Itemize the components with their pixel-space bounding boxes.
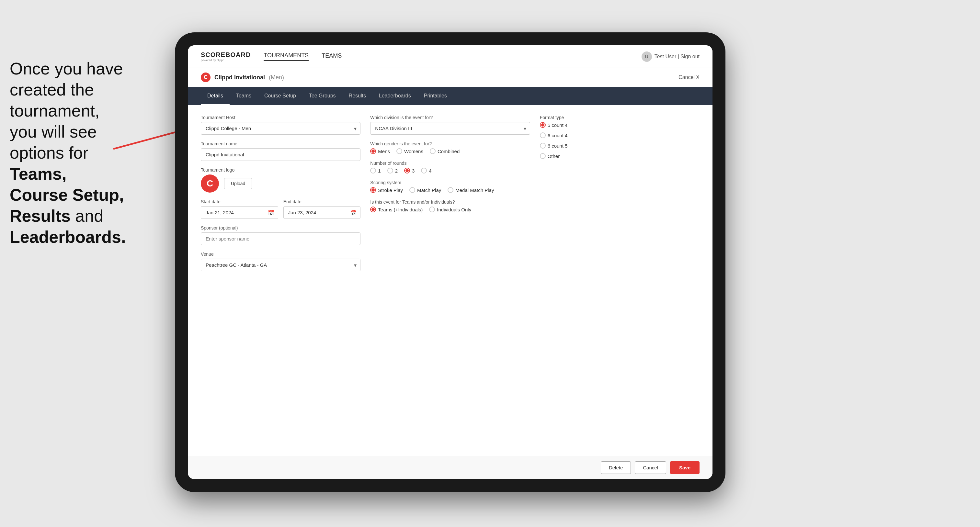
start-date-label: Start date bbox=[201, 199, 278, 204]
form-column-2: Which division is the event for? NCAA Di… bbox=[370, 115, 530, 271]
end-date-label: End date bbox=[283, 199, 361, 204]
top-nav-left: SCOREBOARD Powered by clippd TOURNAMENTS… bbox=[201, 51, 342, 62]
format-6count5[interactable]: 6 count 5 bbox=[540, 143, 700, 149]
start-date-input[interactable] bbox=[201, 206, 278, 219]
scoring-match-radio[interactable] bbox=[409, 187, 415, 193]
action-bar: Delete Cancel Save bbox=[188, 456, 713, 479]
end-date-wrapper: 📅 bbox=[283, 206, 361, 219]
nav-tournaments[interactable]: TOURNAMENTS bbox=[264, 52, 309, 61]
sponsor-input[interactable] bbox=[201, 232, 360, 245]
format-5c4-label: 5 count 4 bbox=[548, 122, 568, 128]
gender-womens-radio[interactable] bbox=[396, 148, 402, 154]
rounds-2[interactable]: 2 bbox=[387, 168, 398, 173]
tournament-host-label: Tournament Host bbox=[201, 115, 360, 120]
format-5count4[interactable]: 5 count 4 bbox=[540, 122, 700, 128]
background-text: Once you have created the tournament, yo… bbox=[0, 52, 149, 254]
teams-pi-label: Teams (+Individuals) bbox=[378, 207, 423, 212]
tab-course-setup[interactable]: Course Setup bbox=[258, 87, 302, 105]
tournament-name-input[interactable] bbox=[201, 148, 360, 161]
rounds-3-radio[interactable] bbox=[404, 168, 410, 173]
cancel-button[interactable]: Cancel bbox=[635, 461, 666, 474]
tab-details[interactable]: Details bbox=[201, 87, 230, 105]
cancel-tournament-btn[interactable]: Cancel X bbox=[678, 75, 700, 80]
tabs-bar: Details Teams Course Setup Tee Groups Re… bbox=[188, 87, 713, 105]
rounds-3-label: 3 bbox=[412, 168, 415, 173]
gender-mens-radio[interactable] bbox=[370, 148, 376, 154]
format-6c4-radio[interactable] bbox=[540, 132, 546, 138]
teams-plus-individuals[interactable]: Teams (+Individuals) bbox=[370, 206, 423, 212]
tab-tee-groups[interactable]: Tee Groups bbox=[302, 87, 342, 105]
bg-line1: Once you have bbox=[10, 59, 123, 78]
tab-teams[interactable]: Teams bbox=[230, 87, 258, 105]
rounds-2-radio[interactable] bbox=[387, 168, 393, 173]
tab-results[interactable]: Results bbox=[342, 87, 372, 105]
scoring-match[interactable]: Match Play bbox=[409, 187, 441, 193]
save-button[interactable]: Save bbox=[670, 461, 700, 474]
start-date-group: Start date 📅 bbox=[201, 199, 278, 219]
division-select-wrapper: NCAA Division III bbox=[370, 122, 530, 135]
scoring-medal[interactable]: Medal Match Play bbox=[447, 187, 494, 193]
scoring-medal-label: Medal Match Play bbox=[455, 187, 494, 193]
format-group: Format type 5 count 4 6 count 4 bbox=[540, 115, 700, 159]
rounds-radio-group: 1 2 3 4 bbox=[370, 168, 530, 173]
individuals-radio[interactable] bbox=[429, 206, 435, 212]
venue-select-wrapper: Peachtree GC - Atlanta - GA bbox=[201, 259, 360, 271]
gender-combined-label: Combined bbox=[438, 149, 460, 154]
division-group: Which division is the event for? NCAA Di… bbox=[370, 115, 530, 135]
logo-sub: Powered by clippd bbox=[201, 59, 251, 62]
end-date-input[interactable] bbox=[283, 206, 361, 219]
gender-combined-radio[interactable] bbox=[430, 148, 436, 154]
rounds-4[interactable]: 4 bbox=[421, 168, 431, 173]
format-6c4-label: 6 count 4 bbox=[548, 133, 568, 138]
scoring-medal-radio[interactable] bbox=[447, 187, 453, 193]
format-6c5-radio[interactable] bbox=[540, 143, 546, 149]
tournament-logo-label: Tournament logo bbox=[201, 167, 360, 173]
rounds-4-radio[interactable] bbox=[421, 168, 427, 173]
scoring-stroke[interactable]: Stroke Play bbox=[370, 187, 403, 193]
rounds-2-label: 2 bbox=[395, 168, 398, 173]
venue-label: Venue bbox=[201, 252, 360, 257]
end-date-icon: 📅 bbox=[350, 210, 356, 216]
format-6count4[interactable]: 6 count 4 bbox=[540, 132, 700, 138]
tournament-host-group: Tournament Host Clippd College - Men bbox=[201, 115, 360, 135]
scoring-radio-group: Stroke Play Match Play Medal Match Play bbox=[370, 187, 530, 193]
gender-womens-label: Womens bbox=[404, 149, 423, 154]
logo-area: SCOREBOARD Powered by clippd bbox=[201, 51, 251, 62]
venue-select[interactable]: Peachtree GC - Atlanta - GA bbox=[201, 259, 360, 271]
format-other[interactable]: Other bbox=[540, 153, 700, 159]
tournament-host-select[interactable]: Clippd College - Men bbox=[201, 122, 360, 135]
scoring-stroke-radio[interactable] bbox=[370, 187, 376, 193]
user-info[interactable]: Test User | Sign out bbox=[654, 54, 700, 60]
delete-button[interactable]: Delete bbox=[601, 461, 631, 474]
upload-button[interactable]: Upload bbox=[224, 178, 252, 189]
tab-leaderboards[interactable]: Leaderboards bbox=[372, 87, 417, 105]
gender-combined[interactable]: Combined bbox=[430, 148, 460, 154]
nav-teams[interactable]: TEAMS bbox=[321, 52, 342, 60]
tablet-frame: SCOREBOARD Powered by clippd TOURNAMENTS… bbox=[175, 32, 725, 492]
user-area: U Test User | Sign out bbox=[641, 51, 700, 62]
start-date-icon: 📅 bbox=[268, 210, 274, 216]
logo-upload-area: C Upload bbox=[201, 175, 360, 193]
format-5c4-radio[interactable] bbox=[540, 122, 546, 128]
gender-mens[interactable]: Mens bbox=[370, 148, 390, 154]
tab-printables[interactable]: Printables bbox=[417, 87, 453, 105]
division-select[interactable]: NCAA Division III bbox=[370, 122, 530, 135]
end-date-group: End date 📅 bbox=[283, 199, 361, 219]
rounds-group: Number of rounds 1 2 bbox=[370, 160, 530, 173]
bg-line2: created the bbox=[10, 80, 94, 99]
bg-line4: you will see bbox=[10, 122, 97, 141]
format-other-label: Other bbox=[548, 154, 560, 159]
top-bar: SCOREBOARD Powered by clippd TOURNAMENTS… bbox=[188, 45, 713, 68]
teams-pi-radio[interactable] bbox=[370, 206, 376, 212]
main-content: Tournament Host Clippd College - Men Tou… bbox=[188, 105, 713, 456]
start-date-wrapper: 📅 bbox=[201, 206, 278, 219]
rounds-1[interactable]: 1 bbox=[370, 168, 380, 173]
tournament-name-group: Tournament name bbox=[201, 141, 360, 161]
rounds-1-radio[interactable] bbox=[370, 168, 376, 173]
tournament-type: (Men) bbox=[269, 74, 284, 81]
rounds-3[interactable]: 3 bbox=[404, 168, 415, 173]
format-other-radio[interactable] bbox=[540, 153, 546, 159]
gender-womens[interactable]: Womens bbox=[396, 148, 423, 154]
individuals-only[interactable]: Individuals Only bbox=[429, 206, 471, 212]
division-label: Which division is the event for? bbox=[370, 115, 530, 120]
